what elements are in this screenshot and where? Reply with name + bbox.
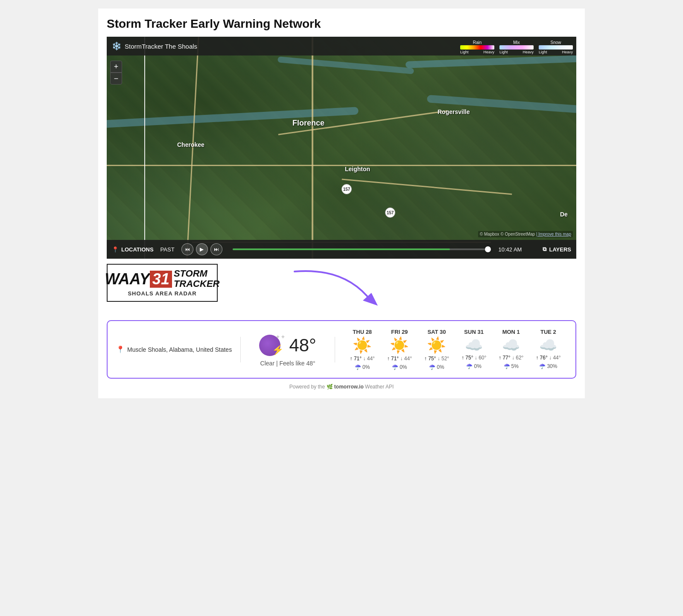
map-header-title: StormTracker The Shoals [125,43,197,50]
forecast-tue: TUE 2 ☁️ ↑ 76° ↓ 44° ☂️ 30% [531,329,565,370]
sun-low: ↓ 60° [475,355,486,361]
forecast-sun: SUN 31 ☁️ ↑ 75° ↓ 60° ☂️ 0% [457,329,491,370]
weather-icon-temp: ⚡ ✦✦ 48° [259,333,316,358]
map-controls-bar: 📍 LOCATIONS PAST ⏮ ▶ ⏭ 10:42 AM ⧉ LAYERS [107,240,576,259]
fri-high: ↑ 71° [387,356,399,362]
mon-label: MON 1 [502,329,520,335]
route-157-badge-2: 157 [385,207,395,218]
waay-tracker: TRACKER [174,278,220,289]
legend-snow-sub: Light Heavy [539,50,573,54]
legend-mix-sub: Light Heavy [499,50,534,54]
waay-31: 31 [150,271,172,288]
legend-rain-heavy: Heavy [483,50,494,54]
legend-snow-bar [539,45,573,50]
forecast-thu: THU 28 ☀️ ↑ 71° ↓ 44° ☂️ 0% [345,329,379,370]
clear-label: Clear [260,360,274,367]
tue-label: TUE 2 [540,329,556,335]
skip-forward-button[interactable]: ⏭ [210,243,222,255]
weather-location: 📍 Muscle Shoals, Alabama, United States [116,345,232,353]
map-attribution: © Mapbox © OpenStreetMap | Improve this … [478,231,573,237]
sat-label: SAT 30 [427,329,446,335]
footer-api: Weather API [365,384,394,390]
waay-storm: STORM [174,269,220,278]
forecast-sat: SAT 30 ☀️ ↑ 75° ↓ 52° ☂️ 0% [420,329,454,370]
thu-high: ↑ 71° [350,356,362,362]
tue-temps: ↑ 76° ↓ 44° [536,355,560,361]
mon-icon: ☁️ [502,338,520,352]
forecast-fri: FRI 29 ☀️ ↑ 71° ↓ 44° ☂️ 0% [382,329,417,370]
tue-icon: ☁️ [539,338,557,352]
sat-temps: ↑ 75° ↓ 52° [424,356,449,362]
umbrella-icon: ☂️ [429,364,435,370]
road-h1 [107,165,576,166]
sun-label: SUN 31 [464,329,484,335]
play-button[interactable]: ▶ [196,243,208,255]
sat-icon: ☀️ [427,338,446,353]
playback-controls: ⏮ ▶ ⏭ [181,243,222,255]
timeline-track[interactable] [233,248,488,250]
current-time: 10:42 AM [498,246,532,253]
sat-rain: ☂️ 0% [429,364,444,370]
tue-low: ↓ 44° [549,355,560,361]
waay-logo-top: WAAY 31 STORM TRACKER [105,269,220,289]
fri-temps: ↑ 71° ↓ 44° [387,356,412,362]
arrow-svg [269,263,397,318]
sat-high: ↑ 75° [424,356,436,362]
fri-label: FRI 29 [391,329,408,335]
location-pin-icon: 📍 [116,345,125,353]
past-label: PAST [161,246,175,253]
thu-label: THU 28 [353,329,372,335]
location-pin-icon: 📍 [112,246,119,253]
mon-rain: ☂️ 5% [504,363,519,369]
umbrella-icon: ☂️ [539,363,546,369]
locations-control[interactable]: 📍 LOCATIONS [112,246,154,253]
thu-rain: ☂️ 0% [355,364,370,370]
page-wrapper: Storm Tracker Early Warning Network Flor… [98,9,585,398]
road-vertical [312,37,313,259]
weather-divider-2 [335,337,335,362]
legend-rain-light: Light [460,50,469,54]
footer: Powered by the 🌿 tomorrow.io Weather API [107,379,576,391]
white-line [144,37,145,259]
zoom-controls: + − [110,61,122,85]
sun-icon: ☁️ [465,338,483,352]
legend-rain: Rain Light Heavy [460,40,494,54]
weather-current: ⚡ ✦✦ 48° Clear | Feels like 48° [249,333,326,367]
thu-rain-pct: 0% [362,364,370,370]
fri-low: ↓ 44° [400,356,412,362]
legend-mix-heavy: Heavy [522,50,534,54]
zoom-out-button[interactable]: − [110,73,122,85]
weather-description: Clear | Feels like 48° [260,360,315,367]
map-legend: Rain Light Heavy Mix Light Heavy Snow [460,40,573,54]
skip-back-button[interactable]: ⏮ [181,243,193,255]
fri-rain-pct: 0% [400,364,407,370]
feels-like: Feels like 48° [279,360,315,367]
layers-control[interactable]: ⧉ LAYERS [543,246,571,253]
weather-divider-1 [240,337,241,362]
location-text: Muscle Shoals, Alabama, United States [127,346,232,353]
legend-rain-bar [460,45,494,50]
tue-rain: ☂️ 30% [539,363,557,369]
locations-label: LOCATIONS [121,246,154,253]
weather-icon: ⚡ ✦✦ [259,333,285,358]
fri-icon: ☀️ [390,338,409,353]
umbrella-icon: ☂️ [466,363,473,369]
umbrella-icon: ☂️ [392,364,398,370]
timeline-thumb [485,246,491,252]
stars-icon: ✦✦ [275,333,286,340]
mapbox-credit: © Mapbox [480,232,501,236]
improve-link[interactable]: | Improve this map [536,232,571,236]
layers-icon: ⧉ [543,246,546,253]
tue-rain-pct: 30% [547,363,557,369]
sun-temps: ↑ 75° ↓ 60° [461,355,486,361]
sun-high: ↑ 75° [461,355,473,361]
thu-icon: ☀️ [353,338,372,353]
umbrella-icon: ☂️ [504,363,510,369]
umbrella-icon: ☂️ [355,364,361,370]
page-title: Storm Tracker Early Warning Network [107,17,576,31]
waay-subtitle: SHOALS AREA RADAR [128,290,196,297]
waay-text: WAAY [105,272,150,287]
zoom-in-button[interactable]: + [110,61,122,73]
tomorrow-icon: 🌿 [327,384,334,390]
route-157-badge-1: 157 [342,184,352,194]
